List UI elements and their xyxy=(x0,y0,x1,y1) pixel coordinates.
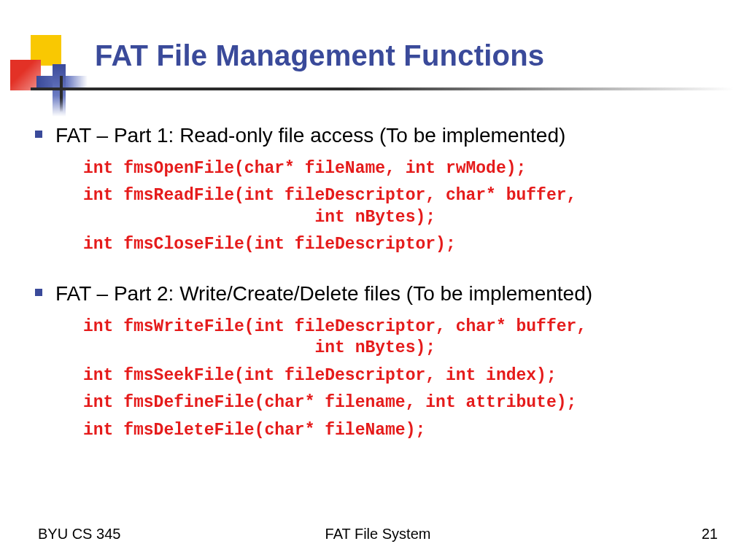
slide-footer: BYU CS 345 FAT File System 21 xyxy=(38,526,718,542)
slide-body: FAT – Part 1: Read-only file access (To … xyxy=(35,122,727,460)
code-block: int fmsOpenFile(char* fileName, int rwMo… xyxy=(83,158,727,256)
section-part2: FAT – Part 2: Write/Create/Delete files … xyxy=(35,281,727,441)
title-vertical-accent xyxy=(60,76,63,112)
code-line: int fmsOpenFile(char* fileName, int rwMo… xyxy=(83,158,727,179)
bullet-item: FAT – Part 1: Read-only file access (To … xyxy=(35,122,727,148)
footer-page-number: 21 xyxy=(702,526,718,542)
footer-left: BYU CS 345 xyxy=(38,526,120,542)
code-block: int fmsWriteFile(int fileDescriptor, cha… xyxy=(83,316,727,441)
bullet-square-icon xyxy=(35,289,42,296)
header-graphic xyxy=(10,35,80,105)
code-line: int fmsDeleteFile(char* fileName); xyxy=(83,420,727,441)
title-underline xyxy=(31,88,734,90)
section-part1: FAT – Part 1: Read-only file access (To … xyxy=(35,122,727,256)
code-line: int fmsWriteFile(int fileDescriptor, cha… xyxy=(83,316,727,359)
code-line: int fmsDefineFile(char* filename, int at… xyxy=(83,392,727,413)
code-line: int fmsCloseFile(int fileDescriptor); xyxy=(83,234,727,255)
code-line: int fmsReadFile(int fileDescriptor, char… xyxy=(83,185,727,228)
bullet-text: FAT – Part 2: Write/Create/Delete files … xyxy=(55,281,592,306)
bullet-text: FAT – Part 1: Read-only file access (To … xyxy=(55,122,565,148)
code-line: int fmsSeekFile(int fileDescriptor, int … xyxy=(83,365,727,386)
bullet-square-icon xyxy=(35,131,42,138)
footer-center: FAT File System xyxy=(38,526,718,542)
bullet-item: FAT – Part 2: Write/Create/Delete files … xyxy=(35,281,727,306)
slide-title: FAT File Management Functions xyxy=(95,39,544,72)
